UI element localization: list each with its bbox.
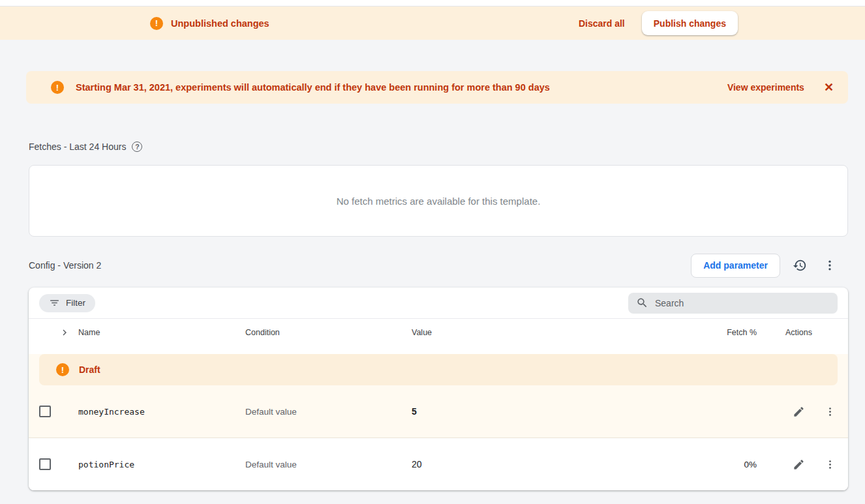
fetches-section-title: Fetches - Last 24 Hours [29, 141, 865, 152]
filter-button[interactable]: Filter [39, 294, 95, 312]
experiments-notice-banner: Starting Mar 31, 2021, experiments will … [26, 71, 848, 104]
filter-icon [49, 297, 60, 308]
publish-changes-button[interactable]: Publish changes [642, 11, 738, 35]
parameter-value: 20 [412, 459, 691, 469]
help-icon[interactable] [132, 141, 142, 152]
view-experiments-link[interactable]: View experiments [727, 82, 804, 93]
top-strip [0, 0, 865, 7]
row-checkbox[interactable] [39, 406, 51, 417]
edit-icon[interactable] [791, 404, 806, 419]
column-header-condition: Condition [245, 328, 412, 337]
draft-section: Draft moneyIncrease Default value 5 [29, 354, 848, 438]
table-toolbar: Filter [29, 288, 848, 319]
row-kebab-menu-icon[interactable] [822, 404, 838, 419]
fetches-title-text: Fetches - Last 24 Hours [29, 141, 126, 152]
row-checkbox[interactable] [39, 458, 51, 470]
fetch-metrics-empty-message: No fetch metrics are available for this … [337, 196, 541, 207]
config-kebab-menu-icon[interactable] [819, 255, 840, 276]
add-parameter-button[interactable]: Add parameter [691, 254, 780, 278]
column-header-fetch: Fetch % [691, 328, 757, 337]
draft-label: Draft [79, 364, 100, 375]
table-row[interactable]: potionPrice Default value 20 0% [29, 438, 848, 490]
search-input[interactable] [655, 298, 830, 308]
column-header-value: Value [412, 328, 691, 337]
experiments-notice-message: Starting Mar 31, 2021, experiments will … [76, 82, 550, 93]
unpublished-changes-bar: Unpublished changes Discard all Publish … [0, 7, 865, 40]
parameter-value: 5 [412, 406, 691, 417]
row-kebab-menu-icon[interactable] [822, 456, 838, 472]
warning-icon [56, 363, 69, 376]
config-header-row: Config - Version 2 Add parameter [29, 251, 840, 280]
parameter-name: potionPrice [78, 460, 245, 469]
table-row[interactable]: moneyIncrease Default value 5 [29, 385, 848, 437]
column-header-name: Name [78, 328, 245, 337]
edit-icon[interactable] [791, 456, 806, 472]
parameters-table-card: Filter Name Condition Value Fetch % Acti… [29, 288, 848, 490]
search-icon [636, 297, 648, 309]
table-header-row: Name Condition Value Fetch % Actions [29, 319, 848, 346]
config-version-title: Config - Version 2 [29, 260, 101, 271]
parameter-name: moneyIncrease [78, 407, 245, 417]
version-history-icon[interactable] [789, 255, 810, 276]
search-box[interactable] [628, 293, 838, 314]
close-icon[interactable] [824, 82, 834, 93]
expand-all-chevron-icon[interactable] [59, 327, 70, 338]
warning-icon [150, 17, 163, 30]
parameter-condition: Default value [245, 460, 412, 469]
unpublished-changes-label: Unpublished changes [171, 18, 269, 29]
draft-banner: Draft [39, 354, 838, 385]
column-header-actions: Actions [757, 328, 848, 337]
warning-icon [51, 81, 64, 94]
parameter-condition: Default value [245, 407, 412, 417]
fetch-metrics-card: No fetch metrics are available for this … [29, 165, 848, 237]
parameter-fetch-pct: 0% [691, 460, 757, 469]
filter-label: Filter [66, 298, 85, 308]
discard-all-button[interactable]: Discard all [579, 18, 625, 29]
